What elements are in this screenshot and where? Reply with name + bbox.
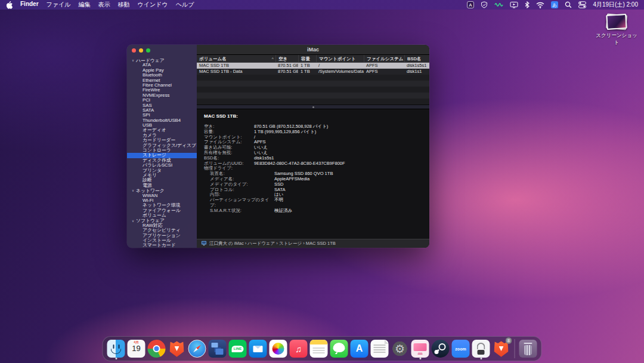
column-header[interactable]: ファイルシステム: [364, 55, 404, 63]
sidebar-list: ∨ハードウェアATAApple PayBluetoothEthernetFibr…: [127, 58, 197, 248]
close-button[interactable]: [132, 48, 136, 53]
menu-item[interactable]: 編集: [79, 1, 91, 9]
dock-messages[interactable]: [330, 339, 348, 359]
detail-value: 不明: [274, 198, 283, 208]
dock-zoom[interactable]: zoom: [452, 339, 470, 359]
dock-appstore[interactable]: A: [351, 339, 369, 359]
column-header[interactable]: マウントポイント: [316, 55, 364, 63]
shield-check-icon[interactable]: [481, 1, 488, 8]
cell: /: [316, 63, 364, 69]
sidebar-item[interactable]: Thunderbolt/USB4: [127, 118, 197, 123]
sidebar-item[interactable]: Bluetooth: [127, 73, 197, 78]
sidebar-item[interactable]: スマートカード: [127, 243, 197, 248]
bluetooth-icon[interactable]: [525, 1, 530, 8]
sidebar-item[interactable]: パラレルSCSI: [127, 163, 197, 168]
split-divider-handle[interactable]: [197, 104, 429, 109]
column-header[interactable]: 容量: [298, 55, 316, 63]
details-rows: 空き:870.51 GB (870,512,508,928 バイト)容量:1 T…: [204, 124, 422, 214]
dock-notes[interactable]: [310, 339, 328, 359]
volume-details-pane: MAC SSD 1TB: 空き:870.51 GB (870,512,508,9…: [197, 109, 429, 239]
detail-row: 書き込み可能:いいえ: [204, 145, 422, 150]
cell: 1 TB: [298, 69, 316, 75]
dock-brave-alt[interactable]: 8: [493, 339, 510, 359]
running-indicator: [419, 358, 421, 359]
column-header[interactable]: 空き: [275, 55, 298, 63]
dock-brave[interactable]: [168, 339, 186, 359]
notes-icon: [310, 340, 328, 358]
dock-music[interactable]: ♫: [290, 339, 308, 359]
menu-item[interactable]: ウインドウ: [138, 1, 168, 9]
app-menu[interactable]: Finder: [20, 1, 39, 9]
cell: disk1s1: [404, 69, 429, 75]
sidebar-item[interactable]: 診断: [127, 178, 197, 183]
menu-item[interactable]: 移動: [118, 1, 130, 9]
sidebar-item[interactable]: オーディオ: [127, 128, 197, 133]
dock-gear[interactable]: ⚙: [391, 339, 409, 359]
trash-icon: [519, 340, 537, 358]
desktop-stack-screenshots[interactable]: スクリーンショット: [595, 14, 638, 47]
sidebar-item[interactable]: Fibre Channel: [127, 83, 197, 88]
volume-table-header: ボリューム名^空き容量マウントポイントファイルシステムBSD名: [197, 55, 429, 63]
sidebar-item[interactable]: SATA: [127, 108, 197, 113]
dock-photos[interactable]: [270, 339, 287, 359]
input-source-icon[interactable]: A: [467, 1, 474, 8]
zoom-button[interactable]: [146, 48, 150, 53]
control-center-icon[interactable]: [578, 1, 586, 8]
dock-calendar[interactable]: 4月19: [128, 339, 145, 359]
sidebar-item[interactable]: プリンタ: [127, 168, 197, 173]
photos-icon: [270, 340, 287, 358]
column-header[interactable]: BSD名: [404, 55, 429, 63]
window-title[interactable]: iMac: [197, 45, 429, 55]
breadcrumb[interactable]: 江口貴大 の iMac › ハードウェア › ストレージ › MAC SSD 1…: [209, 241, 336, 247]
app-store-a-glyph: A: [351, 340, 369, 358]
menu-item[interactable]: 表示: [98, 1, 110, 9]
line-icon: LINE: [229, 340, 247, 358]
dock-finder[interactable]: [107, 339, 125, 359]
dock-files[interactable]: [209, 339, 227, 359]
system-information-window: ∨ハードウェアATAApple PayBluetoothEthernetFibr…: [127, 45, 429, 248]
sidebar-section-ハードウェア[interactable]: ∨ハードウェア: [127, 58, 197, 63]
dock-steam[interactable]: [432, 339, 450, 359]
sidebar-item[interactable]: NVMExpress: [127, 93, 197, 98]
ime-icon[interactable]: あ: [551, 1, 558, 8]
menu-item[interactable]: ヘルプ: [176, 1, 194, 9]
dock-textedit[interactable]: [371, 339, 389, 359]
menu-item[interactable]: ファイル: [47, 1, 71, 9]
textedit-icon: [371, 340, 389, 358]
sidebar-section-ネットワーク[interactable]: ∨ネットワーク: [127, 188, 197, 193]
dock-line[interactable]: LINE: [229, 339, 247, 359]
dock-mail[interactable]: [249, 339, 267, 359]
status-bar: 江口貴大 の iMac › ハードウェア › ストレージ › MAC SSD 1…: [197, 239, 429, 248]
dock-trash[interactable]: [519, 339, 537, 359]
safari-icon: [188, 340, 206, 358]
dock-chrome[interactable]: [148, 339, 166, 359]
dock-display[interactable]: [411, 339, 429, 359]
computer-icon: [201, 241, 207, 247]
detail-row: プロトコル:SATA: [204, 187, 422, 193]
detail-value: 検証済み: [274, 208, 292, 214]
zoom-icon: zoom: [452, 340, 470, 358]
detail-row: 所有権を無視:いいえ: [204, 150, 422, 156]
dock-claw[interactable]: [472, 339, 490, 359]
apple-menu-icon[interactable]: [6, 1, 13, 9]
chrome-icon: [148, 340, 166, 358]
messages-icon: [330, 340, 348, 358]
sort-indicator-icon: ^: [271, 55, 274, 63]
minimize-button[interactable]: [139, 48, 143, 53]
wifi-icon[interactable]: [536, 2, 544, 8]
running-indicator: [115, 358, 117, 359]
sidebar-item[interactable]: メモリ: [127, 173, 197, 178]
screen-share-icon[interactable]: [510, 1, 518, 8]
steam-icon: [432, 340, 450, 358]
column-header[interactable]: ボリューム名^: [197, 55, 275, 63]
cell: APFS: [364, 63, 404, 69]
volume-row[interactable]: MAC SSD 1TB870.51 GB1 TB/APFSdisk1s5s1: [197, 63, 429, 69]
spotlight-icon[interactable]: [565, 1, 572, 8]
dock-safari[interactable]: [188, 339, 206, 359]
sidebar-item[interactable]: SAS: [127, 103, 197, 108]
waveform-icon[interactable]: [494, 1, 503, 8]
menu-bar-clock[interactable]: 4月19日(土) 2:00: [593, 1, 638, 9]
app-store-icon: A: [351, 340, 369, 358]
volume-row[interactable]: MAC SSD 1TB - Data870.51 GB1 TB/System/V…: [197, 69, 429, 75]
sidebar-item[interactable]: PCI: [127, 98, 197, 103]
